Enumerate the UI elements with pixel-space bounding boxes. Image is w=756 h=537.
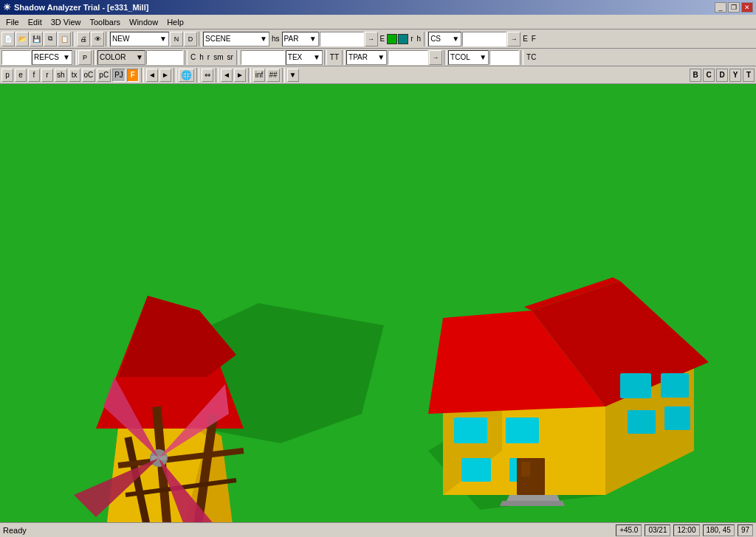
- p-btn[interactable]: P: [78, 50, 92, 65]
- minimize-button[interactable]: _: [715, 2, 726, 13]
- e2-label: E: [521, 35, 529, 43]
- arrow2-btn[interactable]: →: [507, 32, 520, 46]
- n-btn[interactable]: N: [170, 32, 183, 46]
- status-angle: +45.0: [616, 524, 642, 536]
- arrows-btn[interactable]: ⇔: [202, 69, 213, 82]
- preview-btn[interactable]: 👁: [91, 32, 104, 46]
- sep18: [282, 68, 285, 83]
- sep15: [196, 68, 199, 83]
- svg-rect-33: [521, 462, 530, 477]
- nav-next2[interactable]: ►: [234, 69, 246, 82]
- menu-window[interactable]: Window: [125, 15, 162, 29]
- sep17: [248, 68, 251, 83]
- tpar-arrow[interactable]: →: [429, 50, 442, 65]
- status-bar: Ready +45.0 03/21 12:00 180, 45 97: [0, 522, 756, 537]
- color-input[interactable]: [146, 50, 183, 65]
- par-dropdown[interactable]: PAR ▼: [282, 32, 319, 46]
- mode-e[interactable]: e: [15, 69, 27, 82]
- mode-tx[interactable]: tx: [69, 69, 80, 82]
- status-ready: Ready: [3, 526, 27, 535]
- h-label: h: [416, 35, 423, 43]
- h2-label: h: [198, 53, 205, 61]
- sep1: [72, 32, 75, 46]
- tc-label: TC: [525, 53, 537, 61]
- new-file-btn[interactable]: 📄: [1, 32, 15, 46]
- sep7: [185, 50, 188, 65]
- nav-prev2[interactable]: ◄: [221, 69, 233, 82]
- inf-btn[interactable]: inf: [253, 69, 266, 82]
- status-right: +45.0 03/21 12:00 180, 45 97: [616, 524, 753, 536]
- tpar-dropdown[interactable]: TPAR ▼: [346, 50, 387, 65]
- save-btn[interactable]: 💾: [30, 32, 43, 46]
- svg-rect-26: [461, 458, 491, 482]
- status-value: 97: [738, 524, 753, 536]
- refcs-dropdown[interactable]: REFCS ▼: [32, 50, 72, 65]
- scene-dropdown[interactable]: SCENE ▼: [203, 32, 269, 46]
- globe-btn[interactable]: 🌐: [179, 69, 194, 82]
- svg-rect-30: [628, 410, 656, 434]
- restore-button[interactable]: ❐: [728, 2, 740, 13]
- refcs-input[interactable]: [1, 50, 31, 65]
- color-swatch-teal[interactable]: [398, 34, 408, 44]
- down-btn[interactable]: ▼: [287, 69, 299, 82]
- menu-3dview[interactable]: 3D View: [47, 15, 86, 29]
- open-btn[interactable]: 📂: [16, 32, 29, 46]
- arrow-btn[interactable]: →: [365, 32, 378, 46]
- tcol-dropdown[interactable]: TCOL ▼: [448, 50, 489, 65]
- toolbar-3: p e f r sh tx oC pC PJ F ◄ ► 🌐 ⇔ ◄ ► inf…: [0, 66, 756, 84]
- sep13: [141, 68, 144, 83]
- mode-oc[interactable]: oC: [82, 69, 96, 82]
- r2-label: r: [206, 53, 211, 61]
- status-coords: 180, 45: [703, 524, 735, 536]
- right-c[interactable]: C: [703, 69, 715, 82]
- sep6: [93, 50, 96, 65]
- svg-rect-25: [506, 418, 539, 443]
- right-d[interactable]: D: [716, 69, 728, 82]
- color-dropdown[interactable]: COLOR ▼: [97, 50, 145, 65]
- nav-next[interactable]: ►: [159, 69, 171, 82]
- menu-file[interactable]: File: [1, 15, 24, 29]
- paste-btn[interactable]: 📋: [58, 32, 71, 46]
- title-bar: ☀ Shadow Analyzer Trial - [e331_Mill] _ …: [0, 0, 756, 15]
- right-b[interactable]: B: [690, 69, 701, 82]
- sep16: [216, 68, 219, 83]
- mode-f[interactable]: f: [28, 69, 40, 82]
- nav-prev[interactable]: ◄: [146, 69, 158, 82]
- input-field2[interactable]: [462, 32, 506, 46]
- d-btn[interactable]: D: [184, 32, 197, 46]
- sep3: [199, 32, 202, 46]
- c-label: C: [189, 53, 197, 61]
- status-time: 12:00: [673, 524, 699, 536]
- right-y[interactable]: Y: [729, 69, 741, 82]
- sep8: [236, 50, 239, 65]
- cs-dropdown[interactable]: CS ▼: [428, 32, 461, 46]
- color-swatch-green[interactable]: [387, 34, 397, 44]
- sr-label: sr: [225, 53, 234, 61]
- close-button[interactable]: ✕: [741, 2, 753, 13]
- mode-f2[interactable]: F: [127, 69, 139, 82]
- right-t[interactable]: T: [743, 69, 755, 82]
- mode-pc[interactable]: pC: [97, 69, 111, 82]
- menu-toolbars[interactable]: Toolbars: [85, 15, 125, 29]
- mode-pj[interactable]: PJ: [112, 69, 126, 82]
- mode-r[interactable]: r: [41, 69, 53, 82]
- svg-rect-29: [661, 373, 689, 398]
- hash-btn[interactable]: ##: [267, 69, 279, 82]
- menu-edit[interactable]: Edit: [24, 15, 47, 29]
- menu-bar: File Edit 3D View Toolbars Window Help: [0, 15, 756, 30]
- input-field1[interactable]: [320, 32, 364, 46]
- r-label: r: [409, 35, 414, 43]
- menu-help[interactable]: Help: [162, 15, 188, 29]
- sep2: [106, 32, 109, 46]
- new-dropdown[interactable]: NEW ▼: [110, 32, 169, 46]
- print-btn[interactable]: 🖨: [77, 32, 90, 46]
- sep14: [173, 68, 176, 83]
- mode-p[interactable]: p: [1, 69, 13, 82]
- tex-dropdown[interactable]: TEX ▼: [286, 50, 323, 65]
- copy-btn[interactable]: ⧉: [44, 32, 57, 46]
- tcol-input[interactable]: [489, 50, 519, 65]
- mode-sh[interactable]: sh: [55, 69, 67, 82]
- tex-input[interactable]: [241, 50, 285, 65]
- tpar-input[interactable]: [388, 50, 428, 65]
- viewport[interactable]: [0, 84, 756, 522]
